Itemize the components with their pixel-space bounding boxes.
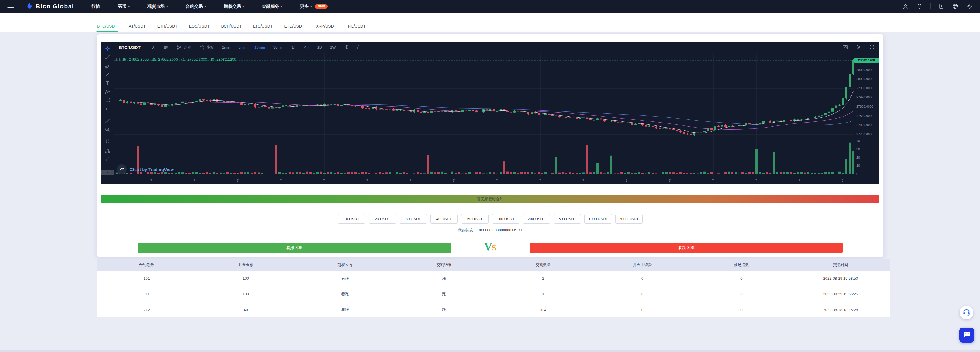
globe-icon[interactable] — [952, 3, 958, 10]
tab-btc-usdt[interactable]: BTC/USDT — [97, 24, 117, 32]
nav-item-spot[interactable]: 现货市场▾ — [148, 4, 168, 9]
cell-time: 2022-08-18 18:15:28 — [791, 308, 890, 312]
call-button[interactable]: 看涨 80S — [138, 243, 451, 253]
cell-result: 涨 — [395, 276, 493, 281]
candle-style-icon[interactable] — [163, 45, 169, 50]
trading-card: BTC/USDT 天 比較 模板 1min 5min 15min 30min 1… — [97, 34, 883, 257]
time-tick: 7 — [323, 179, 325, 182]
nav-item-finance[interactable]: 金融服务▾ — [262, 4, 282, 9]
user-icon[interactable] — [902, 3, 908, 10]
bell-icon[interactable] — [916, 3, 923, 10]
volume-tick: 0 — [856, 172, 858, 176]
amount-options: 10 USDT 20 USDT 30 USDT 40 USDT 50 USDT … — [97, 214, 883, 224]
cell-quantity: -0.4 — [494, 308, 593, 312]
nav-item-more[interactable]: 更多▾NEW — [300, 4, 328, 9]
text-tool-icon[interactable] — [105, 80, 110, 86]
put-button[interactable]: 看跌 80S — [530, 243, 843, 253]
amount-200[interactable]: 200 USDT — [523, 214, 550, 224]
screenshot-camera-icon[interactable] — [843, 44, 848, 51]
xabcd-pattern-icon[interactable] — [105, 89, 110, 94]
indicators-icon[interactable] — [357, 44, 362, 51]
amount-50[interactable]: 50 USDT — [461, 214, 488, 224]
settings-gear-icon[interactable] — [344, 44, 349, 51]
time-tick: 7 — [237, 179, 239, 182]
nav-item-quotes[interactable]: 行情 — [91, 4, 100, 9]
magnet-icon[interactable] — [105, 139, 110, 144]
page-root: Bico Global 行情 买币▾ 现货市场▾ 合约交易▾ 期权交易▾ 金融服… — [0, 0, 980, 352]
timeframe-1h[interactable]: 1H — [291, 45, 296, 49]
amount-20[interactable]: 20 USDT — [369, 214, 396, 224]
amount-500[interactable]: 500 USDT — [554, 214, 581, 224]
orders-table: 合约期数 开仓金额 期权方向 交割结果 交割数量 开仓手续费 波场点数 交易时间… — [97, 259, 890, 317]
amount-30[interactable]: 30 USDT — [399, 214, 427, 224]
series-toggle-icon[interactable] — [116, 58, 119, 61]
tab-eth-usdt[interactable]: ETH/USDT — [157, 24, 177, 32]
time-tick: 7 — [496, 179, 498, 182]
chart-toolbar: BTC/USDT 天 比較 模板 1min 5min 15min 30min 1… — [114, 42, 879, 53]
cell-fee: 0 — [593, 308, 692, 312]
menu-icon[interactable] — [8, 5, 16, 8]
cell-amount: 100 — [196, 276, 295, 281]
amount-1000[interactable]: 1000 USDT — [584, 214, 612, 224]
tab-fil-usdt[interactable]: FIL/USDT — [348, 24, 366, 32]
brand-logo[interactable]: Bico Global — [26, 2, 74, 11]
cell-quantity: 1 — [494, 292, 593, 296]
brush-icon[interactable] — [105, 72, 110, 77]
amount-100[interactable]: 100 USDT — [492, 214, 519, 224]
cell-fee: 0 — [593, 276, 692, 281]
back-arrow-icon[interactable] — [105, 106, 110, 112]
tab-ltc-usdt[interactable]: LTC/USDT — [253, 24, 272, 32]
tab-at-usdt[interactable]: AT/USDT — [129, 24, 146, 32]
theme-icon[interactable] — [966, 3, 972, 10]
amount-10[interactable]: 10 USDT — [338, 214, 365, 224]
timeframe-1min[interactable]: 1min — [222, 45, 230, 49]
tab-eos-usdt[interactable]: EOS/USDT — [189, 24, 210, 32]
drawing-lock-icon[interactable] — [105, 147, 110, 153]
crosshair-icon[interactable] — [105, 46, 110, 51]
time-tick: 7 — [669, 179, 671, 182]
time-tick: 7 — [539, 179, 541, 182]
timeframe-4h[interactable]: 4H — [304, 45, 309, 49]
amount-2000[interactable]: 2000 USDT — [615, 214, 643, 224]
unlock-icon[interactable] — [105, 156, 110, 162]
tradingview-attribution[interactable]: Chart by TradingView — [117, 164, 174, 174]
time-tick: 7 — [626, 179, 627, 182]
candlestick-chart-canvas[interactable] — [114, 53, 854, 184]
interval-menu[interactable]: 天 — [151, 45, 155, 50]
live-chat-button[interactable] — [959, 328, 974, 342]
notice-bar[interactable]: 暂无期权秒合约 — [102, 195, 879, 203]
cell-points: 0 — [692, 292, 791, 296]
cell-period: 101 — [97, 276, 196, 281]
amount-40[interactable]: 40 USDT — [430, 214, 458, 224]
timeframe-1w[interactable]: 1W — [330, 45, 336, 49]
time-tick: 7 — [280, 179, 282, 182]
nav-item-buy[interactable]: 买币▾ — [118, 4, 130, 9]
nav-item-options[interactable]: 期权交易▾ — [224, 4, 244, 9]
ruler-icon[interactable] — [105, 118, 110, 124]
position-tool-icon[interactable] — [105, 98, 110, 103]
tab-etc-usdt[interactable]: ETC/USDT — [284, 24, 304, 32]
tab-bch-usdt[interactable]: BCH/USDT — [221, 24, 242, 32]
tab-xrp-usdt[interactable]: XRP/USDT — [316, 24, 336, 32]
horizontal-scrollbar[interactable] — [0, 350, 980, 352]
fullscreen-icon[interactable] — [869, 44, 875, 51]
cell-time: 2022-08-29 19:55:25 — [791, 292, 890, 296]
chart-settings-gear-icon[interactable] — [856, 44, 862, 51]
volume-tick: 20 — [856, 156, 860, 159]
nav-item-contract[interactable]: 合约交易▾ — [186, 4, 206, 9]
compare-button[interactable]: 比較 — [177, 45, 191, 50]
collapse-toolbar-button[interactable] — [102, 170, 114, 175]
timeframe-15min[interactable]: 15min — [255, 45, 265, 49]
timeframe-5min[interactable]: 5min — [238, 45, 246, 49]
timeframe-30min[interactable]: 30min — [274, 45, 283, 49]
volume-tick: 10 — [856, 164, 860, 167]
trend-line-icon[interactable] — [105, 54, 110, 60]
zoom-in-icon[interactable] — [105, 127, 110, 132]
template-button[interactable]: 模板 — [199, 45, 214, 50]
customer-service-button[interactable] — [959, 306, 974, 319]
timeframe-1d[interactable]: 1D — [317, 45, 322, 49]
time-tick: 7 — [194, 179, 195, 182]
pitchfork-icon[interactable] — [105, 63, 110, 68]
last-price-label: 28082.1200 — [854, 57, 879, 63]
download-app-icon[interactable] — [939, 3, 944, 10]
